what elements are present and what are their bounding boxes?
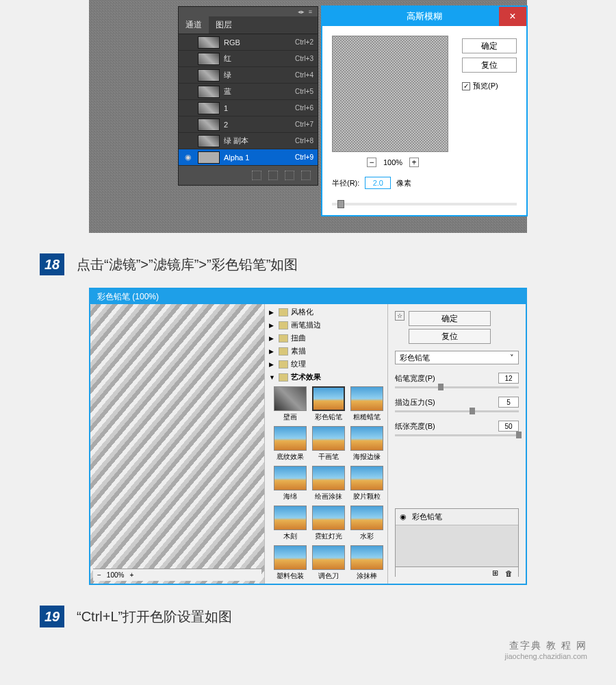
thumb-image: [350, 386, 383, 411]
param-paper-brightness: 纸张亮度(B): [395, 421, 519, 436]
tree-folder-artistic[interactable]: ▼艺术效果: [266, 371, 386, 384]
gaussian-blur-dialog: 高斯模糊 × − 100% + 确定 复位 ✓ 预览(P): [321, 5, 528, 216]
eye-icon[interactable]: ◉: [183, 153, 194, 162]
filter-thumb[interactable]: 海绵: [273, 466, 307, 501]
save-selection-icon[interactable]: [268, 171, 278, 180]
menu-icon[interactable]: ≡: [309, 8, 312, 15]
ok-button[interactable]: 确定: [462, 38, 517, 53]
filter-thumb[interactable]: 底纹效果: [273, 426, 307, 462]
channel-row-rgb[interactable]: RGB Ctrl+2: [179, 34, 318, 51]
channel-row-green[interactable]: 绿 Ctrl+4: [179, 67, 318, 84]
channel-name: RGB: [224, 38, 295, 47]
channel-row-green-copy[interactable]: 绿 副本 Ctrl+8: [179, 133, 318, 149]
slider-handle[interactable]: [438, 384, 444, 390]
thumb-label: 彩色铅笔: [315, 412, 342, 422]
filter-thumb[interactable]: 胶片颗粒: [350, 466, 384, 501]
filter-thumb[interactable]: 绘画涂抹: [311, 466, 346, 501]
close-button[interactable]: ×: [499, 7, 526, 26]
dialog-title: 彩色铅笔 (100%): [90, 289, 526, 304]
load-selection-icon[interactable]: [252, 171, 261, 180]
filter-thumb[interactable]: 干画笔: [311, 426, 346, 462]
filter-thumb[interactable]: 木刻: [273, 506, 307, 541]
new-effect-icon[interactable]: ⊞: [492, 569, 498, 577]
reset-button[interactable]: 复位: [462, 58, 517, 73]
step-18: 18 点击“滤镜”>”滤镜库”>”彩色铅笔”如图: [40, 253, 616, 275]
checkbox-icon[interactable]: ✓: [462, 82, 470, 90]
filter-thumb[interactable]: 水彩: [350, 506, 384, 541]
tree-label: 艺术效果: [291, 372, 321, 382]
delete-effect-icon[interactable]: 🗑: [505, 569, 513, 577]
channel-row-blue[interactable]: 蓝 Ctrl+5: [179, 84, 318, 100]
new-channel-icon[interactable]: [285, 171, 294, 180]
tab-layers[interactable]: 图层: [209, 16, 239, 34]
channel-row-alpha1[interactable]: ◉ Alpha 1 Ctrl+9: [179, 149, 318, 166]
filter-thumb[interactable]: 粗糙蜡笔: [350, 386, 384, 422]
channel-shortcut: Ctrl+3: [295, 55, 313, 62]
preview-label: 预览(P): [473, 81, 498, 91]
tree-folder-texture[interactable]: ▶纹理: [266, 358, 386, 371]
thumb-image: [312, 545, 345, 570]
panel-header: ◂▸ ≡: [179, 7, 318, 16]
thumb-label: 海报边缘: [353, 452, 381, 462]
filter-thumb[interactable]: 塑料包装: [273, 545, 307, 581]
channel-shortcut: Ctrl+2: [295, 38, 313, 46]
preview-checkbox[interactable]: ✓ 预览(P): [462, 81, 517, 91]
thumb-image: [274, 426, 307, 451]
thumb-image: [350, 426, 383, 451]
zoom-out-button[interactable]: −: [367, 158, 376, 167]
filter-thumb[interactable]: 壁画: [273, 386, 307, 422]
filter-thumb[interactable]: 涂抹棒: [350, 545, 384, 581]
channel-thumb: [198, 102, 220, 114]
slider-handle[interactable]: [516, 432, 522, 438]
param-input[interactable]: [498, 397, 519, 408]
step-text: “Ctrl+L”打开色阶设置如图: [77, 608, 232, 626]
tree-label: 扭曲: [291, 333, 306, 343]
tree-folder-stylize[interactable]: ▶风格化: [266, 306, 386, 319]
chevron-icon: ▶: [269, 322, 276, 329]
step-text: 点击“滤镜”>”滤镜库”>”彩色铅笔”如图: [77, 256, 298, 274]
tree-folder-sketch[interactable]: ▶素描: [266, 345, 386, 358]
tree-folder-distort[interactable]: ▶扭曲: [266, 332, 386, 345]
param-slider[interactable]: [395, 386, 519, 388]
channel-row-2[interactable]: 2 Ctrl+7: [179, 116, 318, 133]
toggle-tree-button[interactable]: ☆: [395, 311, 405, 321]
filter-thumb[interactable]: 调色刀: [311, 545, 346, 581]
channel-row-1[interactable]: 1 Ctrl+6: [179, 100, 318, 116]
slider-handle[interactable]: [470, 408, 475, 414]
thumb-label: 塑料包装: [277, 571, 304, 581]
effect-select[interactable]: 彩色铅笔 ˅: [395, 351, 519, 364]
slider-handle[interactable]: [337, 200, 344, 208]
filter-thumb[interactable]: 海报边缘: [350, 426, 384, 462]
filter-thumb[interactable]: 霓虹灯光: [311, 506, 346, 541]
zoom-in-button[interactable]: +: [409, 158, 419, 167]
tab-channels[interactable]: 通道: [179, 16, 209, 34]
collapse-icon[interactable]: ◂▸: [298, 8, 305, 15]
param-input[interactable]: [498, 421, 519, 432]
delete-channel-icon[interactable]: [301, 171, 311, 180]
radius-input[interactable]: [365, 177, 391, 189]
filter-thumb-grid: 壁画 彩色铅笔 粗糙蜡笔 底纹效果 干画笔 海报边缘 海绵 绘画涂抹 胶片颗粒 …: [266, 384, 386, 584]
param-stroke-pressure: 描边压力(S): [395, 397, 519, 412]
thumb-label: 木刻: [283, 532, 297, 541]
zoom-in-button[interactable]: +: [129, 571, 133, 579]
channel-thumb: [198, 151, 220, 164]
preview-area: [332, 36, 448, 152]
radius-slider[interactable]: [332, 203, 517, 206]
param-slider[interactable]: [395, 434, 519, 436]
zoom-out-button[interactable]: −: [97, 571, 101, 579]
tree-label: 素描: [291, 346, 306, 356]
eye-icon[interactable]: ◉: [398, 512, 408, 521]
param-slider[interactable]: [395, 410, 519, 412]
filter-thumb-selected[interactable]: 彩色铅笔: [311, 386, 346, 422]
folder-icon: [279, 321, 288, 329]
channel-row-red[interactable]: 红 Ctrl+3: [179, 51, 318, 67]
param-input[interactable]: [498, 373, 519, 384]
tree-folder-brush[interactable]: ▶画笔描边: [266, 319, 386, 332]
effect-layer-row[interactable]: ◉ 彩色铅笔: [396, 509, 518, 525]
reset-button[interactable]: 复位: [409, 329, 491, 344]
ok-button[interactable]: 确定: [409, 311, 491, 326]
filter-settings: ☆ 确定 复位 彩色铅笔 ˅ 铅笔宽度(P) 描边压力(S): [388, 304, 526, 584]
thumb-image: [312, 506, 345, 530]
channel-shortcut: Ctrl+6: [295, 104, 313, 112]
tree-label: 画笔描边: [291, 320, 321, 330]
